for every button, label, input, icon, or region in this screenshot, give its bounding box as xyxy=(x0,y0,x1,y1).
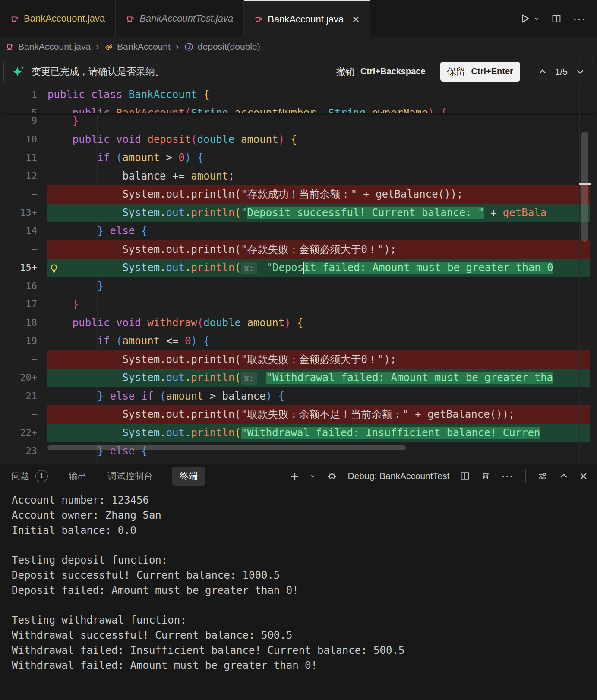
chevron-right-icon: › xyxy=(95,41,100,53)
line-number: 16 xyxy=(0,277,37,296)
code-text: } else if (amount > balance) { xyxy=(37,387,284,406)
sticky-scroll[interactable]: 1public class BankAccount { 5 public Ban… xyxy=(0,85,597,113)
code-line[interactable]: 12 balance += amount; xyxy=(0,167,597,186)
run-button[interactable] xyxy=(519,13,540,24)
tab-output[interactable]: 输出 xyxy=(67,467,88,486)
code-line[interactable]: 5 public BankAccount(String accountNumbe… xyxy=(0,104,597,113)
kill-terminal-icon[interactable] xyxy=(480,471,491,481)
code-text: if (amount <= 0) { xyxy=(37,332,210,350)
symbol-class-icon xyxy=(104,43,113,51)
java-file-icon xyxy=(126,15,134,23)
tab-label: BankAccouont.java xyxy=(24,13,105,24)
deleted-code-line[interactable]: − System.out.println("存款成功！当前余额：" + getB… xyxy=(0,185,597,204)
chevron-down-icon[interactable] xyxy=(310,473,316,479)
inline-chat-bar: 变更已完成，请确认是否采纳。 撤销 Ctrl+Backspace 保留 Ctrl… xyxy=(3,59,593,84)
code-text: } xyxy=(37,277,104,296)
code-text: } else { xyxy=(37,222,147,240)
terminal-line: Account number: 123456 xyxy=(12,493,597,508)
tab-debug-console[interactable]: 调试控制台 xyxy=(106,467,155,486)
code-line[interactable]: 21 } else if (amount > balance) { xyxy=(0,387,597,406)
java-file-icon xyxy=(6,43,14,50)
code-line[interactable]: 9 } xyxy=(0,112,597,130)
line-number: − xyxy=(0,350,37,369)
application-window: BankAccouont.java BankAccountTest.java B… xyxy=(0,0,597,700)
breadcrumb: BankAccount.java › BankAccount › f depos… xyxy=(0,37,597,56)
new-terminal-button[interactable]: + xyxy=(291,469,299,483)
inlay-hint: x: xyxy=(241,262,257,274)
breadcrumb-class[interactable]: BankAccount xyxy=(117,41,171,52)
terminal-line: Withdrawal successful! Current balance: … xyxy=(12,628,597,643)
code-line[interactable]: 16 } xyxy=(0,277,597,296)
added-code-line[interactable]: 15+ System.out.println(x: "Deposit faile… xyxy=(0,259,597,277)
code-line[interactable]: 1public class BankAccount { xyxy=(0,85,597,104)
code-text: } xyxy=(37,112,79,130)
code-line[interactable]: 18 public void withdraw(double amount) { xyxy=(0,314,597,332)
added-code-line[interactable]: 20+ System.out.println(x: "Withdrawal fa… xyxy=(0,369,597,387)
code-text: } xyxy=(37,295,79,314)
breadcrumb-file[interactable]: BankAccount.java xyxy=(18,41,91,52)
vertical-scrollbar[interactable] xyxy=(581,132,588,242)
close-icon[interactable]: × xyxy=(352,13,359,25)
terminal-output[interactable]: Account number: 123456Account owner: Zha… xyxy=(0,489,597,700)
code-text: System.out.println("取款失败：余额不足！当前余额：" + g… xyxy=(37,405,515,424)
code-line[interactable]: 19 if (amount <= 0) { xyxy=(0,332,597,350)
line-number: 5 xyxy=(0,104,37,113)
line-number: − xyxy=(0,185,37,204)
tab-bankaccouont-java[interactable]: BankAccouont.java xyxy=(0,0,116,37)
inlay-hint: x: xyxy=(241,372,257,385)
line-number: 10 xyxy=(0,130,37,149)
panel-actions: + Debug: BankAccountTest ⋯ xyxy=(291,464,588,488)
more-actions-icon[interactable]: ⋯ xyxy=(573,11,587,26)
code-text: System.out.println("Deposit successful! … xyxy=(37,204,546,222)
code-text: public void deposit(double amount) { xyxy=(37,130,297,149)
previous-change-icon[interactable] xyxy=(538,67,547,76)
svg-text:f: f xyxy=(188,44,191,50)
code-line[interactable]: 23 } else { xyxy=(0,442,597,460)
more-actions-icon[interactable]: ⋯ xyxy=(501,469,514,483)
tab-problems[interactable]: 问题 1 xyxy=(9,467,50,486)
sparkle-icon xyxy=(12,65,25,79)
line-number: 19 xyxy=(0,332,37,350)
split-editor-icon[interactable] xyxy=(551,13,562,24)
code-editor[interactable]: 变更已完成，请确认是否采纳。 撤销 Ctrl+Backspace 保留 Ctrl… xyxy=(0,56,597,464)
code-text: if (amount > 0) { xyxy=(37,148,203,167)
terminal-line xyxy=(12,538,597,553)
maximize-panel-icon[interactable] xyxy=(559,471,569,481)
line-number: 23 xyxy=(0,442,37,460)
line-number: − xyxy=(0,405,37,424)
line-number: 14 xyxy=(0,222,37,240)
line-number: 1 xyxy=(0,85,37,104)
deleted-code-line[interactable]: − System.out.println("取款失败：金额必须大于0！"); xyxy=(0,350,597,369)
deleted-code-line[interactable]: − System.out.println("存款失败：金额必须大于0！"); xyxy=(0,240,597,259)
undo-changes-button[interactable]: 撤销 Ctrl+Backspace xyxy=(329,62,433,82)
deleted-code-line[interactable]: − System.out.println("取款失败：余额不足！当前余额：" +… xyxy=(0,405,597,424)
close-panel-icon[interactable]: × xyxy=(579,469,588,483)
tab-bankaccounttest-java[interactable]: BankAccountTest.java xyxy=(116,0,244,37)
next-change-icon[interactable] xyxy=(575,67,585,76)
keep-changes-button[interactable]: 保留 Ctrl+Enter xyxy=(440,62,520,82)
code-line[interactable]: 10 public void deposit(double amount) { xyxy=(0,130,597,149)
code-text: balance += amount; xyxy=(37,167,235,186)
breadcrumb-method[interactable]: deposit(double) xyxy=(198,41,260,52)
line-number: − xyxy=(0,240,37,259)
added-code-line[interactable]: 13+ System.out.println("Deposit successf… xyxy=(0,204,597,222)
terminal-settings-icon[interactable] xyxy=(537,470,548,482)
editor-tab-bar: BankAccouont.java BankAccountTest.java B… xyxy=(0,0,597,38)
lightbulb-icon[interactable] xyxy=(48,262,60,281)
code-text: public void withdraw(double amount) { xyxy=(37,314,303,332)
tab-terminal[interactable]: 终端 xyxy=(172,467,205,486)
code-line[interactable]: 11 if (amount > 0) { xyxy=(0,148,597,167)
code-line[interactable]: 14 } else { xyxy=(0,222,597,240)
tab-bankaccount-java[interactable]: BankAccount.java × xyxy=(244,0,370,37)
debug-session-icon xyxy=(326,470,338,482)
line-number: 22+ xyxy=(0,424,37,442)
added-code-line[interactable]: 22+ System.out.println("Withdrawal faile… xyxy=(0,424,597,442)
debug-session-label[interactable]: Debug: BankAccountTest xyxy=(348,471,450,481)
terminal-line: Deposit failed: Amount must be greater t… xyxy=(12,583,597,598)
java-file-icon xyxy=(10,15,19,23)
split-terminal-icon[interactable] xyxy=(460,471,470,481)
scrollbar-gutter-border xyxy=(579,56,580,464)
line-number: 13+ xyxy=(0,204,37,222)
horizontal-scrollbar[interactable] xyxy=(47,445,406,450)
code-line[interactable]: 17 } xyxy=(0,295,597,314)
